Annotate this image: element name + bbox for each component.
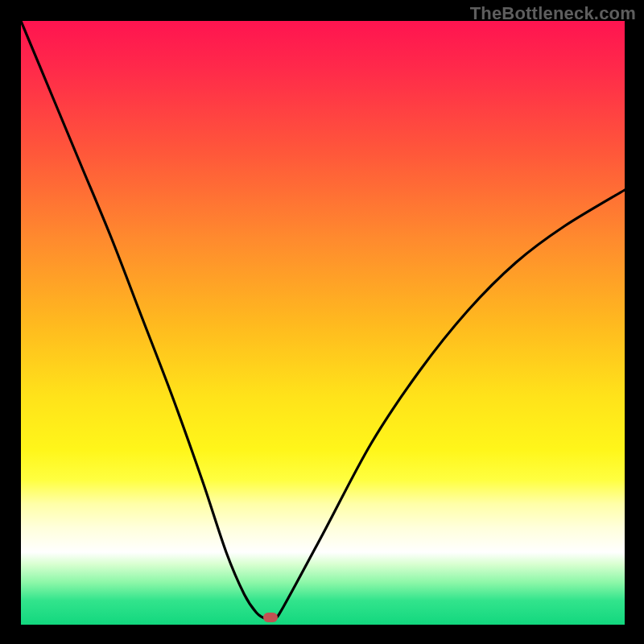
- watermark-text: TheBottleneck.com: [470, 3, 636, 24]
- optimal-point-marker: [263, 613, 278, 622]
- bottleneck-curve: [21, 21, 625, 625]
- plot-area: [21, 21, 625, 625]
